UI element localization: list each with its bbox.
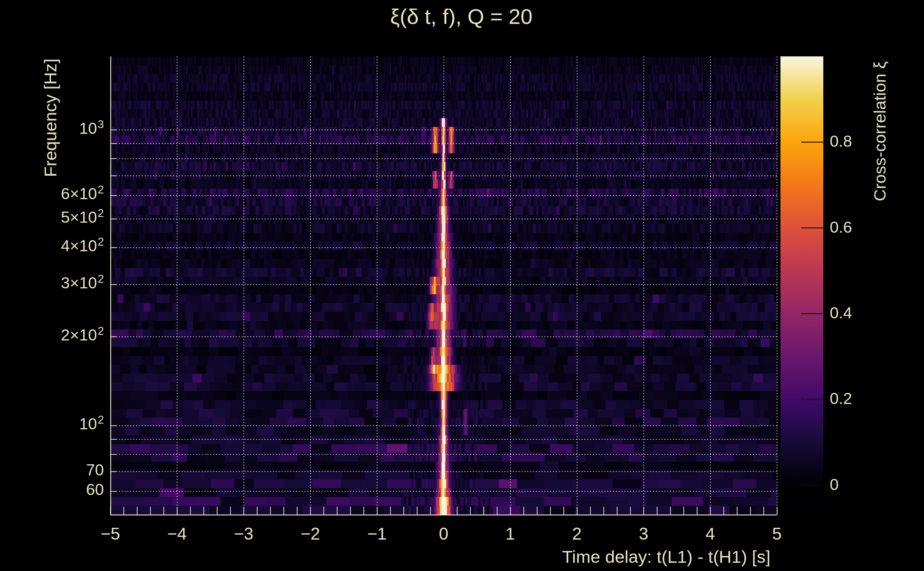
heatmap-canvas xyxy=(0,0,924,571)
y-tick-label: 2×102 xyxy=(0,326,104,344)
colorbar-tick-label: 0.2 xyxy=(830,389,852,408)
y-tick-label: 5×102 xyxy=(0,208,104,227)
colorbar-tick-label: 0.4 xyxy=(830,304,852,322)
colorbar-label: Cross-correlation ξ xyxy=(870,62,890,201)
y-tick-label: 103 xyxy=(0,119,104,138)
x-tick-label: −1 xyxy=(352,524,402,543)
figure: ξ(δ t, f), Q = 20 Frequency [Hz] Time de… xyxy=(0,0,924,571)
x-tick-label: 4 xyxy=(685,524,735,543)
y-tick-label: 3×102 xyxy=(0,274,104,292)
x-tick-label: 5 xyxy=(752,524,802,543)
colorbar-tick-label: 0 xyxy=(830,475,839,494)
x-tick-label: 2 xyxy=(552,524,602,543)
colorbar-tick-label: 0.8 xyxy=(830,132,852,151)
y-tick-label: 102 xyxy=(0,415,104,433)
x-tick-label: 1 xyxy=(485,524,535,543)
chart-title: ξ(δ t, f), Q = 20 xyxy=(390,4,533,29)
y-tick-label: 60 xyxy=(0,480,104,499)
colorbar-tick-label: 0.6 xyxy=(830,218,852,237)
x-tick-label: −5 xyxy=(85,524,135,543)
y-tick-label: 4×102 xyxy=(0,237,104,255)
y-axis-label: Frequency [Hz] xyxy=(40,59,60,177)
x-tick-label: −2 xyxy=(285,524,335,543)
x-tick-label: 3 xyxy=(619,524,669,543)
y-tick-label: 6×102 xyxy=(0,185,104,203)
x-tick-label: 0 xyxy=(419,524,469,543)
x-axis-label: Time delay: t(L1) - t(H1) [s] xyxy=(562,547,771,567)
x-tick-label: −3 xyxy=(218,524,269,543)
y-tick-label: 70 xyxy=(0,461,104,479)
x-tick-label: −4 xyxy=(152,524,202,543)
